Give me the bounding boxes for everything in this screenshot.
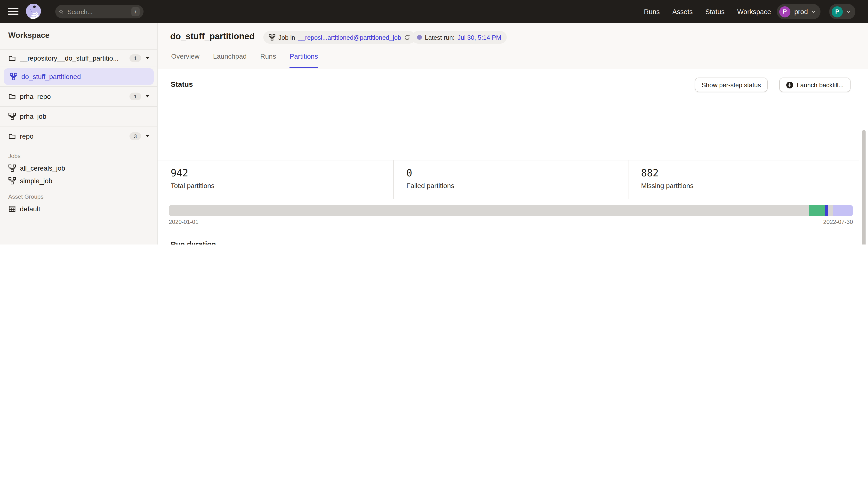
search-icon: [59, 9, 64, 14]
folder-icon: [8, 54, 16, 62]
chevron-down-icon: [846, 9, 850, 14]
page-title: do_stuff_partitioned: [170, 32, 255, 42]
bar-segment: [825, 205, 828, 216]
job-name: all_cereals_job: [20, 164, 65, 172]
job-icon: [269, 34, 275, 41]
search-shortcut-key: /: [131, 7, 140, 16]
latest-run-link[interactable]: Jul 30, 5:14 PM: [458, 34, 501, 41]
repo-name: repo: [20, 132, 33, 140]
partition-status-bar[interactable]: [169, 205, 853, 216]
job-name: simple_job: [20, 177, 52, 185]
repo-name: prha_repo: [20, 92, 51, 100]
plus-circle-icon: [786, 81, 793, 89]
bar-segment: [828, 205, 833, 216]
status-section-heading: Status: [171, 80, 193, 88]
job-name: do_stuff_partitioned: [21, 72, 81, 80]
latest-run-label: Latest run:: [425, 34, 455, 41]
launch-backfill-button[interactable]: Launch backfill...: [779, 77, 850, 92]
partitions-content: Status Show per-step status Launch backf…: [158, 69, 868, 244]
job-icon: [8, 112, 16, 120]
deployment-label: prod: [794, 8, 808, 15]
nav-link-runs[interactable]: Runs: [644, 8, 660, 15]
sidebar-repo-row-3[interactable]: repo 3: [0, 126, 158, 145]
global-search[interactable]: /: [55, 5, 144, 19]
job-icon: [8, 177, 16, 185]
top-nav-links: Runs Assets Status Workspace: [644, 0, 771, 23]
tab-launchpad[interactable]: Launchpad: [213, 52, 247, 68]
job-tabs: Overview Launchpad Runs Partitions: [171, 52, 318, 68]
divider: [0, 66, 158, 66]
sidebar-item-all-cereals-job[interactable]: all_cereals_job: [0, 162, 158, 174]
job-icon: [10, 72, 18, 80]
main-panel: do_stuff_partitioned Job in __reposi...a…: [158, 23, 868, 244]
repo-count-badge: 3: [129, 132, 141, 140]
launch-backfill-label: Launch backfill...: [797, 81, 844, 89]
bar-segment: [169, 205, 809, 216]
divider: [0, 146, 158, 146]
sidebar-item-do-stuff-partitioned[interactable]: do_stuff_partitioned: [4, 68, 154, 85]
bar-segment: [833, 205, 853, 216]
sidebar-repo-row-2[interactable]: prha_repo 1: [0, 87, 158, 106]
jobs-section-label: Jobs: [8, 153, 21, 159]
divider: [393, 160, 394, 199]
nav-link-workspace[interactable]: Workspace: [737, 8, 771, 15]
sidebar-item-prha-job[interactable]: prha_job: [0, 106, 158, 126]
total-partitions-label: Total partitions: [171, 182, 215, 190]
job-icon: [8, 164, 16, 172]
caret-down-icon[interactable]: [146, 95, 149, 97]
workspace-sidebar: Workspace __repository__do_stuff_partiti…: [0, 23, 158, 244]
caret-down-icon[interactable]: [146, 135, 149, 137]
job-origin-link[interactable]: __reposi...artitioned@partitioned_job: [298, 34, 401, 41]
run-duration-heading: Run duration: [171, 240, 216, 244]
deployment-avatar: P: [779, 6, 790, 17]
repo-name: __repository__do_stuff_partitio...: [20, 54, 119, 62]
sidebar-repo-row-1[interactable]: __repository__do_stuff_partitio... 1: [0, 50, 158, 66]
vertical-scrollbar-thumb[interactable]: [862, 130, 866, 244]
user-avatar: P: [832, 6, 843, 17]
folder-icon: [8, 132, 16, 140]
reload-icon[interactable]: [404, 34, 410, 40]
run-status-dot: [417, 35, 422, 40]
folder-icon: [8, 92, 16, 100]
nav-link-assets[interactable]: Assets: [672, 8, 693, 15]
sidebar-title: Workspace: [8, 31, 50, 40]
tab-partitions[interactable]: Partitions: [290, 52, 318, 68]
user-menu[interactable]: P: [829, 4, 856, 20]
tab-overview[interactable]: Overview: [171, 52, 199, 68]
partition-range-start: 2020-01-01: [169, 219, 198, 225]
sidebar-item-simple-job[interactable]: simple_job: [0, 175, 158, 187]
nav-link-status[interactable]: Status: [705, 8, 724, 15]
failed-partitions-label: Failed partitions: [406, 182, 454, 190]
dagster-app: / Runs Assets Status Workspace P prod P …: [0, 0, 868, 244]
job-origin-prefix: Job in: [278, 34, 295, 41]
repo-count-badge: 1: [129, 92, 141, 100]
repo-count-badge: 1: [129, 54, 141, 62]
hamburger-menu-icon[interactable]: [8, 8, 19, 15]
divider: [628, 160, 628, 199]
chevron-down-icon: [811, 9, 816, 14]
job-name: prha_job: [20, 112, 46, 120]
asset-groups-section-label: Asset Groups: [8, 193, 43, 200]
partition-stats: 942 Total partitions 0 Failed partitions…: [158, 160, 859, 199]
sidebar-item-default-asset-group[interactable]: default: [0, 203, 158, 215]
dagster-logo[interactable]: [24, 2, 43, 21]
deployment-switcher[interactable]: P prod: [777, 4, 820, 20]
caret-down-icon[interactable]: [146, 57, 149, 59]
failed-partitions-value: 0: [406, 167, 412, 179]
missing-partitions-label: Missing partitions: [641, 182, 693, 190]
asset-group-name: default: [20, 205, 40, 213]
total-partitions-value: 942: [171, 167, 188, 179]
tab-runs[interactable]: Runs: [260, 52, 276, 68]
asset-group-icon: [8, 205, 16, 213]
latest-run-tag: Latest run: Jul 30, 5:14 PM: [412, 31, 507, 44]
show-per-step-status-button[interactable]: Show per-step status: [695, 77, 768, 92]
missing-partitions-value: 882: [641, 167, 658, 179]
job-origin-tag: Job in __reposi...artitioned@partitioned…: [263, 31, 416, 44]
bar-segment: [809, 205, 825, 216]
partition-range-end: 2022-07-30: [756, 219, 853, 225]
top-nav-bar: / Runs Assets Status Workspace P prod P: [0, 0, 868, 23]
search-input[interactable]: [66, 7, 126, 16]
